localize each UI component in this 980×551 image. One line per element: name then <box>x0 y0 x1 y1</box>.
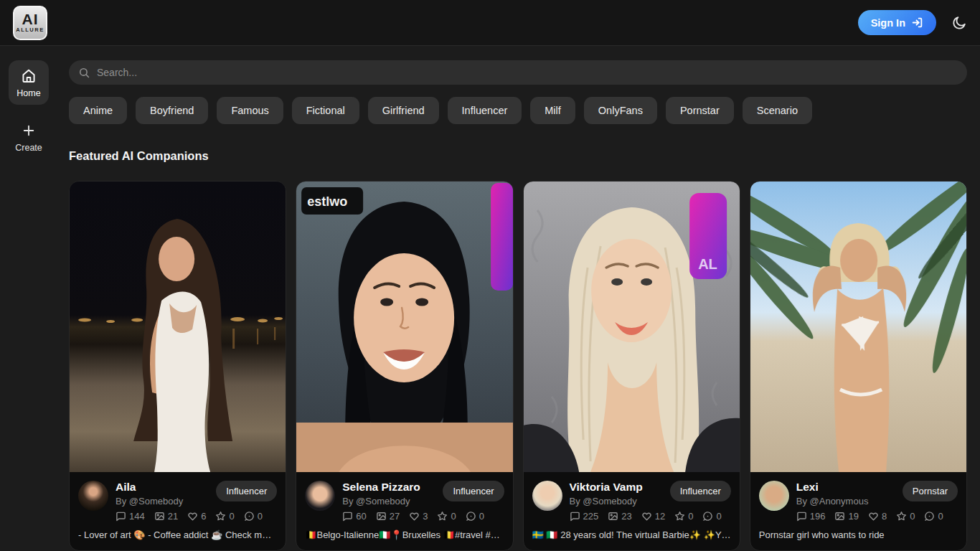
category-badge: Influencer <box>216 481 277 501</box>
chip-boyfriend[interactable]: Boyfriend <box>136 97 208 124</box>
chip-anime[interactable]: Anime <box>69 97 127 124</box>
card-body: Viktoria Vamp By @Somebody 225 23 <box>524 472 740 550</box>
like-count: 12 <box>641 511 665 522</box>
search-bar <box>69 60 967 85</box>
message-square-icon <box>570 511 580 522</box>
category-badge: Influencer <box>670 481 731 501</box>
stats-row: 60 27 3 <box>342 511 435 522</box>
stats-row: 196 19 8 <box>796 511 895 522</box>
image-count: 21 <box>154 511 178 522</box>
chip-milf[interactable]: Milf <box>530 97 575 124</box>
like-count: 3 <box>409 511 428 522</box>
companion-description: 🇸🇪 🇮🇹 28 years old! The virtual Barbie✨ … <box>532 529 731 540</box>
companion-description: 🇧🇪Belgo-Italienne🇮🇹📍Bruxelles 🇧🇪#travel … <box>305 529 504 540</box>
search-icon <box>78 67 90 79</box>
sidebar-item-home[interactable]: Home <box>9 60 49 105</box>
companion-card-viktoria[interactable]: AL Viktoria Vamp By @Somebody 225 <box>523 181 740 551</box>
chip-pornstar[interactable]: Pornstar <box>666 97 734 124</box>
card-image-art <box>750 182 966 472</box>
star-icon <box>437 511 448 522</box>
chat-count: 60 <box>342 511 366 522</box>
heart-icon <box>409 511 420 522</box>
card-image[interactable]: AL <box>524 182 740 472</box>
home-icon <box>21 68 37 84</box>
logo-text: AI <box>22 12 39 27</box>
avatar[interactable] <box>78 481 108 511</box>
message-square-icon <box>116 511 126 522</box>
chip-famous[interactable]: Famous <box>217 97 283 124</box>
like-count: 8 <box>868 511 887 522</box>
category-chips: Anime Boyfriend Famous Fictional Girlfri… <box>69 97 967 124</box>
card-image-art: AL <box>524 182 740 472</box>
card-image-art: estlwo <box>296 182 512 472</box>
chip-onlyfans[interactable]: OnlyFans <box>584 97 657 124</box>
sign-in-label: Sign In <box>871 17 905 29</box>
heart-icon <box>641 511 652 522</box>
chat-count: 144 <box>116 511 145 522</box>
comment-count: 0 <box>702 511 721 522</box>
photos-icon <box>608 511 618 522</box>
comment-count: 0 <box>244 511 263 522</box>
star-count: 0 <box>437 511 456 522</box>
image-count: 23 <box>608 511 631 522</box>
card-body: Selena Pizzaro By @Somebody 60 27 <box>296 472 512 550</box>
stats-row: 144 21 6 <box>116 511 209 522</box>
card-image[interactable] <box>70 182 286 472</box>
chat-count: 196 <box>796 511 826 522</box>
category-badge: Influencer <box>443 481 504 501</box>
page-title: Featured AI Companions <box>69 149 967 163</box>
companion-name: Lexi <box>796 481 895 494</box>
avatar[interactable] <box>305 481 335 511</box>
message-square-icon <box>342 511 353 522</box>
sidebar-item-create[interactable]: Create <box>15 123 42 153</box>
logo-subtext: ALLURE <box>16 27 44 33</box>
companion-description: Pornstar girl who wants to ride <box>759 529 958 540</box>
like-count: 6 <box>187 511 206 522</box>
category-badge: Pornstar <box>903 481 958 501</box>
companion-description: - Lover of art 🎨 - Coffee addict ☕ Check… <box>78 529 277 540</box>
message-circle-icon <box>244 511 255 522</box>
avatar[interactable] <box>532 481 562 511</box>
chip-influencer[interactable]: Influencer <box>448 97 522 124</box>
photos-icon <box>154 511 165 522</box>
comment-count: 0 <box>924 511 943 522</box>
card-image[interactable]: estlwo <box>296 182 512 472</box>
card-image[interactable] <box>750 182 966 472</box>
companion-card-aila[interactable]: Aila By @Somebody 144 21 <box>69 181 286 551</box>
companion-author: By @Somebody <box>116 496 209 507</box>
sidebar-create-label: Create <box>15 143 42 153</box>
star-count: 0 <box>896 511 915 522</box>
message-circle-icon <box>702 511 713 522</box>
stats-row: 225 23 12 <box>570 511 663 522</box>
companion-author: By @Somebody <box>570 496 663 507</box>
allure-logo[interactable]: AI ALLURE <box>13 6 47 40</box>
image-count: 19 <box>834 511 858 522</box>
companion-name: Viktoria Vamp <box>570 481 663 494</box>
chip-girlfriend[interactable]: Girlfriend <box>368 97 439 124</box>
dark-mode-toggle[interactable] <box>952 15 967 30</box>
plus-icon <box>22 123 36 138</box>
heart-icon <box>868 511 879 522</box>
image-watermark-text: estlwo <box>307 194 347 209</box>
chip-fictional[interactable]: Fictional <box>292 97 359 124</box>
chip-scenario[interactable]: Scenario <box>743 97 812 124</box>
companion-card-selena[interactable]: estlwo Selena Pizzaro By @Somebody <box>296 181 513 551</box>
companion-name: Selena Pizzaro <box>342 481 435 494</box>
star-icon <box>215 511 226 522</box>
chat-count: 225 <box>570 511 599 522</box>
search-input[interactable] <box>97 67 958 78</box>
sidebar: Home Create <box>0 46 57 551</box>
image-count: 27 <box>376 511 400 522</box>
star-count: 0 <box>215 511 234 522</box>
main-content: Anime Boyfriend Famous Fictional Girlfri… <box>57 46 980 551</box>
sidebar-home-label: Home <box>17 88 40 98</box>
photos-icon <box>834 511 845 522</box>
moon-icon <box>952 15 967 30</box>
star-icon <box>674 511 685 522</box>
companion-card-lexi[interactable]: Lexi By @Anonymous 196 19 <box>750 181 967 551</box>
sign-in-button[interactable]: Sign In <box>858 10 936 35</box>
avatar[interactable] <box>759 481 789 511</box>
comment-count: 0 <box>466 511 484 522</box>
photos-icon <box>376 511 387 522</box>
companion-name: Aila <box>116 481 209 494</box>
